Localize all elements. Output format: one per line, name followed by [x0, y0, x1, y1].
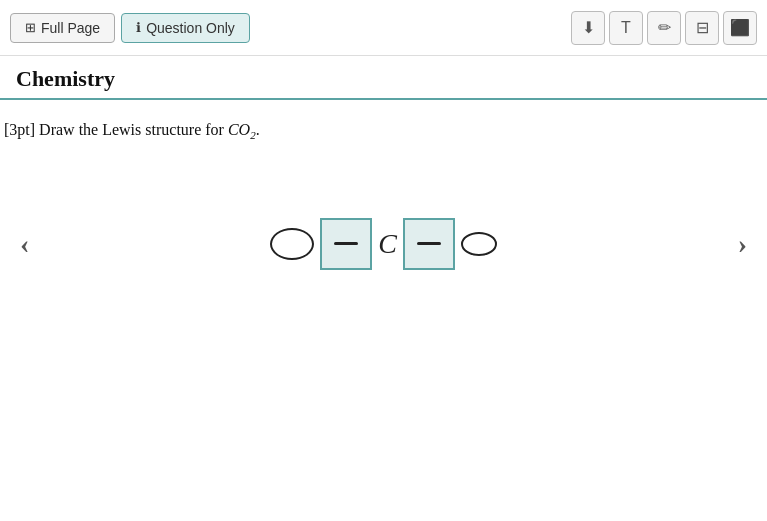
question-only-label: Question Only	[146, 20, 235, 36]
toolbar-right: ⬇ T ✏ ⊟ ⬛	[571, 11, 757, 45]
question-only-button[interactable]: ℹ Question Only	[121, 13, 250, 43]
pencil-button[interactable]: ✏	[647, 11, 681, 45]
question-only-icon: ℹ	[136, 20, 141, 35]
columns-button[interactable]: ⊟	[685, 11, 719, 45]
toolbar: ⊞ Full Page ℹ Question Only ⬇ T ✏ ⊟ ⬛	[0, 0, 767, 56]
highlight-button[interactable]: ⬛	[723, 11, 757, 45]
full-page-label: Full Page	[41, 20, 100, 36]
prev-arrow[interactable]: ‹	[10, 218, 39, 270]
pencil-icon: ✏	[658, 18, 671, 37]
next-arrow[interactable]: ›	[728, 218, 757, 270]
square-shape-2	[403, 218, 455, 270]
highlight-icon: ⬛	[730, 18, 750, 37]
lewis-c-symbol: C	[378, 230, 397, 258]
content-area: [3pt] Draw the Lewis structure for CO2. …	[0, 100, 767, 515]
download-button[interactable]: ⬇	[571, 11, 605, 45]
subject-title: Chemistry	[16, 66, 115, 91]
columns-icon: ⊟	[696, 18, 709, 37]
text-button[interactable]: T	[609, 11, 643, 45]
question-prefix: [3pt] Draw the Lewis structure for	[4, 121, 228, 138]
c-letter: C	[378, 230, 397, 258]
full-page-icon: ⊞	[25, 20, 36, 35]
oval-shape-2	[461, 232, 497, 256]
lewis-oval-1	[270, 228, 314, 260]
text-icon: T	[621, 19, 631, 37]
formula-main: CO	[228, 121, 250, 138]
subject-bar: Chemistry	[0, 56, 767, 100]
lewis-box-1[interactable]	[320, 218, 372, 270]
lewis-oval-2	[461, 232, 497, 256]
full-page-button[interactable]: ⊞ Full Page	[10, 13, 115, 43]
question-text: [3pt] Draw the Lewis structure for CO2.	[0, 100, 767, 154]
download-icon: ⬇	[582, 18, 595, 37]
toolbar-left: ⊞ Full Page ℹ Question Only	[10, 13, 250, 43]
lewis-box-2[interactable]	[403, 218, 455, 270]
drawing-area: ‹ C	[0, 174, 767, 314]
oval-shape-1	[270, 228, 314, 260]
formula: CO2	[228, 121, 256, 138]
lewis-symbols: C	[270, 218, 497, 270]
dash-2	[417, 242, 441, 245]
dash-1	[334, 242, 358, 245]
square-shape-1	[320, 218, 372, 270]
question-suffix: .	[256, 121, 260, 138]
